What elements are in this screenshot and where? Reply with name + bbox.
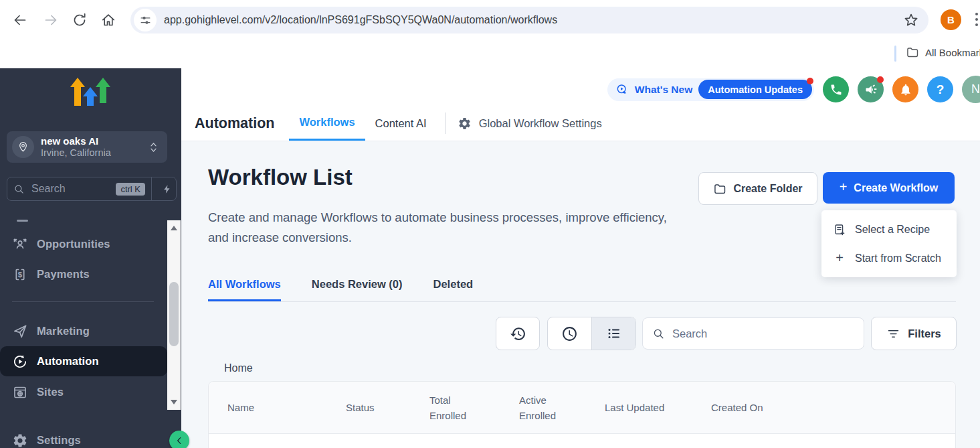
search-icon [13,183,25,195]
tab-needs-review[interactable]: Needs Review (0) [312,277,403,301]
column-header-created-on[interactable]: Created On [711,402,955,413]
sidebar-item-opportunities[interactable]: Opportunities [0,229,167,259]
timeline-view-button[interactable] [548,317,591,350]
browser-toolbar: app.gohighlevel.com/v2/location/lnPS691g… [0,0,980,40]
enrollment-history-button[interactable] [496,317,540,350]
page-title: Automation [195,115,274,132]
sidebar-item-payments[interactable]: $ Payments [0,259,167,289]
search-shortcut-badge: ctrl K [116,183,145,196]
sidebar-item-label: Sites [37,386,64,398]
help-button[interactable]: ? [927,76,953,102]
sidebar-search[interactable]: ctrl K [7,177,177,201]
url-text[interactable]: app.gohighlevel.com/v2/location/lnPS691g… [164,14,903,26]
view-toggle [547,317,636,350]
sidebar-scrollbar[interactable] [167,220,181,410]
workflow-list-tabs: All Workflows Needs Review (0) Deleted [208,277,956,302]
page-topbar: What's New Automation Updates ? [181,68,980,141]
menu-item-select-recipe[interactable]: Select a Recipe [821,215,957,244]
sidebar-item-settings[interactable]: Settings [0,425,167,448]
plus-icon: + [840,179,848,195]
sidebar-item-automation[interactable]: Automation [0,346,167,376]
tab-content-ai[interactable]: Content AI [365,106,437,141]
forward-icon[interactable] [43,12,59,28]
announcements-button[interactable] [858,76,884,102]
sidebar: new oaks AI Irvine, California ctrl K Op… [0,68,181,448]
main-area: What's New Automation Updates ? [181,68,980,448]
sidebar-divider [12,301,154,302]
sidebar-item-label: Marketing [37,325,90,338]
gohighlevel-logo [69,76,112,115]
tab-workflows[interactable]: Workflows [289,106,365,141]
location-pin-icon [12,136,34,158]
svg-text:$: $ [18,271,23,279]
workflow-search[interactable] [642,317,864,350]
chevron-up-down-icon [148,141,159,154]
phone-button[interactable] [823,76,849,102]
global-workflow-settings-button[interactable]: Global Workflow Settings [454,106,606,141]
create-workflow-button[interactable]: + Create Workflow [823,172,955,204]
sidebar-item-label: Opportunities [37,238,110,250]
bookmarks-divider [894,46,896,62]
breadcrumb[interactable]: Home [224,362,253,374]
bookmark-star-icon[interactable] [903,12,919,28]
back-icon[interactable] [12,12,28,28]
notification-dot [807,78,813,84]
whats-new-label: What's New [635,84,692,96]
site-settings-icon[interactable] [134,9,157,31]
automation-icon [12,354,28,370]
opportunities-icon [12,236,28,252]
sidebar-item-marketing[interactable]: Marketing [0,316,167,346]
whats-new-icon [615,83,629,96]
create-workflow-menu: Select a Recipe + Start from Scratch [821,210,957,277]
megaphone-icon [864,83,878,96]
filters-button[interactable]: Filters [871,317,957,350]
phone-icon [829,83,843,96]
notifications-button[interactable] [892,76,918,102]
chevron-left-icon [174,435,185,446]
tab-deleted[interactable]: Deleted [433,277,474,301]
scroll-up-arrow[interactable] [171,226,177,230]
list-view-button[interactable] [591,317,635,350]
sidebar-search-input[interactable] [30,182,116,196]
recipe-icon [833,223,846,236]
home-icon[interactable] [100,12,116,28]
menu-item-start-from-scratch[interactable]: + Start from Scratch [821,244,957,273]
scroll-down-arrow[interactable] [171,400,177,404]
sites-icon [12,384,28,400]
whats-new-button[interactable]: What's New Automation Updates [607,78,814,101]
all-bookmarks-label: All Bookmarks [925,47,980,58]
workflow-search-input[interactable] [671,327,864,341]
address-bar[interactable]: app.gohighlevel.com/v2/location/lnPS691g… [130,7,928,33]
create-folder-button[interactable]: Create Folder [698,172,817,205]
user-avatar[interactable]: N [962,76,980,103]
automation-updates-badge[interactable]: Automation Updates [698,80,812,99]
workflow-table: Name Status Total Enrolled Active Enroll… [208,381,956,448]
quick-actions-button[interactable] [151,177,176,200]
tab-all-workflows[interactable]: All Workflows [208,277,281,301]
list-icon [606,325,622,342]
browser-menu-icon[interactable] [975,13,978,29]
bookmarks-bar: All Bookmarks [0,40,980,68]
scrollbar-thumb[interactable] [169,282,179,346]
browser-profile-avatar[interactable]: B [941,9,961,30]
history-icon [510,325,526,342]
column-header-status[interactable]: Status [346,402,429,413]
column-header-name[interactable]: Name [209,402,346,413]
sidebar-item-label: Payments [37,268,90,281]
notification-dot [877,76,884,83]
column-header-active-enrolled[interactable]: Active Enrolled [519,392,605,423]
location-switcher[interactable]: new oaks AI Irvine, California [7,131,167,163]
screen: app.gohighlevel.com/v2/location/lnPS691g… [0,0,980,448]
bell-icon [899,83,912,96]
table-header-row: Name Status Total Enrolled Active Enroll… [209,382,955,434]
location-city: Irvine, California [41,147,148,159]
sidebar-item-sites[interactable]: Sites [0,377,167,407]
all-bookmarks-button[interactable]: All Bookmarks [906,46,980,59]
column-header-last-updated[interactable]: Last Updated [605,402,711,413]
payments-icon: $ [12,267,28,283]
lightning-bolt-icon [162,183,172,195]
reload-icon[interactable] [72,12,88,28]
sidebar-collapse-button[interactable] [169,431,189,448]
tab-divider [445,113,446,134]
column-header-total-enrolled[interactable]: Total Enrolled [429,392,519,423]
